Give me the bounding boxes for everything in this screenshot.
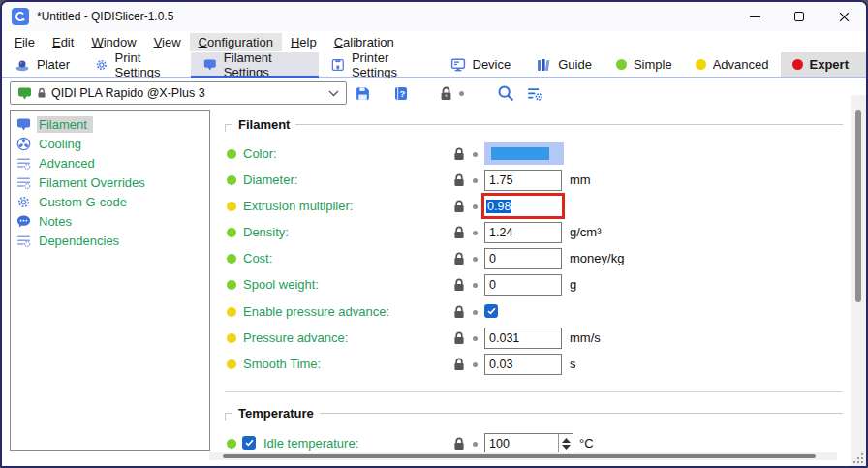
- horizontal-scrollbar[interactable]: [209, 452, 837, 460]
- lock-icon[interactable]: [453, 147, 465, 161]
- revert-dot-icon[interactable]: [473, 336, 478, 341]
- simple-dot-icon: [616, 59, 627, 70]
- printer-icon: [331, 57, 345, 73]
- tab-filament-settings[interactable]: Filament Settings: [191, 52, 319, 77]
- mode-expert-button[interactable]: Expert: [781, 52, 866, 77]
- menu-edit[interactable]: Edit: [44, 33, 82, 51]
- window-controls: [732, 2, 866, 31]
- revert-dot-icon[interactable]: [473, 257, 478, 262]
- option-bullet: [227, 175, 236, 185]
- option-bullet: [227, 307, 236, 317]
- option-bullet: [227, 359, 236, 369]
- tab-device[interactable]: Device: [438, 52, 524, 77]
- option-bullet: [227, 149, 236, 159]
- spool-weight-input[interactable]: [484, 274, 562, 296]
- menu-window[interactable]: Window: [82, 33, 144, 51]
- setting-row-diameter: Diameter: mm: [223, 168, 851, 194]
- cost-input[interactable]: [484, 248, 562, 269]
- lock-state-dot: [459, 91, 464, 96]
- smooth-time-input[interactable]: [484, 354, 562, 375]
- mode-simple-button[interactable]: Simple: [604, 52, 684, 77]
- resize-grip[interactable]: [853, 453, 864, 464]
- filament-icon: [203, 57, 217, 73]
- compare-presets-button[interactable]: [523, 82, 546, 104]
- revert-dot-icon[interactable]: [473, 362, 478, 367]
- fan-icon: [16, 137, 31, 151]
- sidebar-item-custom-gcode[interactable]: Custom G-code: [11, 192, 209, 211]
- menu-help[interactable]: Help: [282, 33, 326, 51]
- lock-icon[interactable]: [453, 200, 465, 213]
- vertical-scrollbar-thumb[interactable]: [855, 110, 861, 302]
- revert-dot-icon[interactable]: [473, 178, 478, 183]
- density-input[interactable]: [484, 222, 562, 243]
- option-bullet: [227, 202, 236, 211]
- setting-row-pressure-advance: Pressure advance: mm/s: [223, 326, 851, 352]
- color-swatch: [491, 147, 549, 160]
- close-button[interactable]: [822, 2, 866, 31]
- advanced-dot-icon: [696, 59, 706, 70]
- search-button[interactable]: [494, 82, 517, 104]
- revert-dot-icon[interactable]: [473, 152, 478, 157]
- section-title-filament: Filament: [225, 116, 843, 132]
- revert-dot-icon[interactable]: [473, 204, 478, 209]
- idle-temperature-checkbox[interactable]: [242, 436, 256, 450]
- lock-icon[interactable]: [453, 226, 465, 239]
- lock-icon[interactable]: [453, 305, 465, 319]
- lock-icon[interactable]: [453, 437, 465, 451]
- preset-combobox[interactable]: QIDI PLA Rapido @X-Plus 3: [10, 81, 347, 105]
- option-bullet: [227, 333, 236, 343]
- lock-icon[interactable]: [453, 252, 465, 265]
- lock-icon[interactable]: [453, 278, 465, 292]
- tab-printer-settings[interactable]: Printer Settings: [319, 52, 437, 77]
- sidebar-item-cooling[interactable]: Cooling: [11, 134, 209, 153]
- spinner-buttons[interactable]: [558, 434, 573, 453]
- sliders-icon: [16, 156, 31, 171]
- pressure-advance-input[interactable]: [484, 328, 562, 349]
- enable-pressure-advance-checkbox[interactable]: [484, 304, 498, 318]
- extrusion-multiplier-input[interactable]: 0.98: [481, 193, 565, 219]
- idle-temperature-input[interactable]: [485, 434, 558, 453]
- sidebar-item-dependencies[interactable]: Dependencies: [11, 231, 209, 250]
- revert-dot-icon[interactable]: [473, 283, 478, 288]
- lock-preset-button[interactable]: [434, 82, 457, 104]
- setting-row-cost: Cost: money/kg: [223, 246, 851, 272]
- color-swatch-button[interactable]: [484, 142, 564, 165]
- spin-down-icon[interactable]: [562, 445, 571, 450]
- lock-icon[interactable]: [453, 331, 465, 345]
- tab-plater[interactable]: Plater: [2, 52, 82, 77]
- vertical-scrollbar[interactable]: [851, 95, 866, 466]
- revert-dot-icon[interactable]: [473, 310, 478, 315]
- svg-text:?: ?: [399, 88, 405, 99]
- gear-icon: [95, 57, 108, 73]
- spin-up-icon[interactable]: [562, 438, 571, 443]
- tab-print-settings[interactable]: Print Settings: [82, 52, 191, 77]
- setting-row-density: Density: g/cm³: [223, 220, 851, 246]
- lock-icon[interactable]: [453, 358, 465, 371]
- revert-dot-icon[interactable]: [473, 442, 478, 447]
- minimize-icon: [750, 16, 760, 17]
- maximize-button[interactable]: [777, 2, 822, 31]
- save-preset-button[interactable]: [351, 82, 374, 104]
- tab-guide[interactable]: Guide: [523, 52, 604, 77]
- groupbox-line: [295, 124, 843, 125]
- help-button[interactable]: ?: [389, 82, 413, 104]
- save-icon: [355, 85, 371, 102]
- content-area: Filament Cooling Advanced Filament Overr…: [2, 109, 866, 466]
- menu-calibration[interactable]: Calibration: [326, 33, 403, 51]
- sidebar-item-advanced[interactable]: Advanced: [11, 153, 209, 172]
- menu-file[interactable]: File: [6, 33, 44, 51]
- app-logo-icon: [12, 8, 29, 25]
- sidebar-item-notes[interactable]: Notes: [11, 211, 209, 231]
- minimize-button[interactable]: [732, 2, 777, 31]
- diameter-input[interactable]: [484, 170, 562, 191]
- menu-view[interactable]: View: [145, 33, 190, 51]
- help-icon: ?: [393, 85, 409, 102]
- revert-dot-icon[interactable]: [473, 231, 478, 235]
- lock-icon[interactable]: [453, 173, 465, 187]
- sidebar-item-filament-overrides[interactable]: Filament Overrides: [11, 172, 209, 192]
- horizontal-scrollbar-thumb[interactable]: [223, 454, 816, 458]
- menu-configuration[interactable]: Configuration: [190, 33, 282, 51]
- sidebar-item-filament[interactable]: Filament: [11, 114, 209, 134]
- mode-advanced-button[interactable]: Advanced: [684, 52, 781, 77]
- preset-lock-icon: [37, 87, 46, 99]
